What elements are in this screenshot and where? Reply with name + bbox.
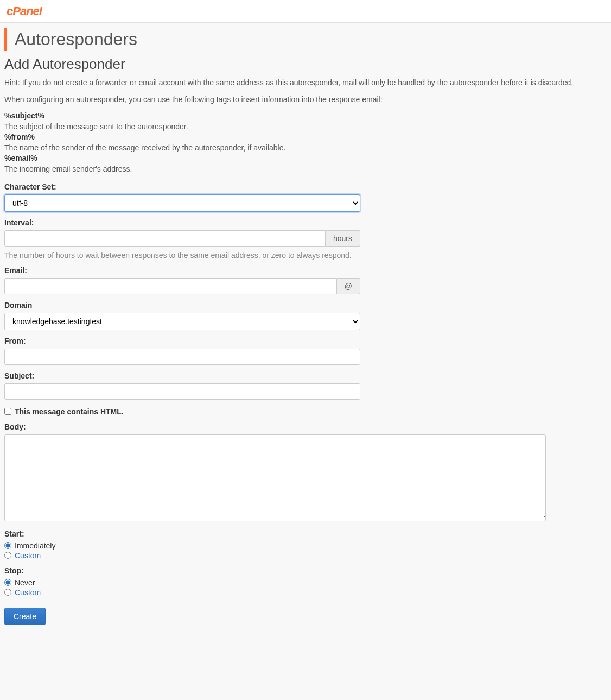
charset-label: Character Set: xyxy=(4,182,607,191)
html-checkbox-label: This message contains HTML. xyxy=(15,407,124,416)
tag-desc-from: The name of the sender of the message re… xyxy=(4,143,607,154)
from-label: From: xyxy=(4,337,607,345)
domain-select[interactable]: knowledgebase.testingtest xyxy=(4,313,360,330)
charset-select[interactable]: utf-8 xyxy=(4,194,360,212)
stop-radio-custom-row: Custom xyxy=(4,588,607,597)
stop-radio-never-label: Never xyxy=(15,578,35,587)
page-title-wrap: Autoresponders xyxy=(4,28,607,51)
tag-name-subject: %subject% xyxy=(4,111,44,120)
start-label: Start: xyxy=(4,529,607,538)
stop-label: Stop: xyxy=(4,566,607,575)
email-addon: @ xyxy=(337,278,360,294)
start-radio-custom[interactable] xyxy=(4,552,11,559)
page-title: Autoresponders xyxy=(15,29,607,49)
domain-label: Domain xyxy=(4,301,607,310)
body-label: Body: xyxy=(4,422,607,431)
start-radio-custom-row: Custom xyxy=(4,551,607,560)
html-checkbox-row: This message contains HTML. xyxy=(4,407,607,416)
html-checkbox[interactable] xyxy=(4,408,11,415)
start-radio-immediately[interactable] xyxy=(4,542,11,549)
create-button[interactable]: Create xyxy=(4,608,46,625)
stop-radio-custom-label[interactable]: Custom xyxy=(15,588,41,597)
tags-block: %subject% The subject of the message sen… xyxy=(4,111,607,175)
interval-unit: hours xyxy=(326,230,360,247)
tag-name-email: %email% xyxy=(4,154,37,162)
subject-input[interactable] xyxy=(4,383,360,400)
stop-radio-custom[interactable] xyxy=(4,589,11,596)
interval-group: hours xyxy=(4,230,360,247)
body-textarea[interactable] xyxy=(4,434,546,521)
tag-desc-subject: The subject of the message sent to the a… xyxy=(4,122,607,133)
interval-input[interactable] xyxy=(4,230,326,247)
cpanel-logo: cPanel xyxy=(7,4,42,18)
tag-desc-email: The incoming email sender's address. xyxy=(4,164,607,175)
start-radio-immediately-row: Immediately xyxy=(4,541,607,550)
stop-radio-never-row: Never xyxy=(4,578,607,587)
from-input[interactable] xyxy=(4,349,360,365)
hint-text: Hint: If you do not create a forwarder o… xyxy=(4,77,607,89)
content-area: Add Autoresponder Hint: If you do not cr… xyxy=(0,56,611,636)
start-radio-immediately-label: Immediately xyxy=(15,541,55,550)
email-label: Email: xyxy=(4,266,607,275)
section-title: Add Autoresponder xyxy=(4,56,607,73)
interval-label: Interval: xyxy=(4,218,607,227)
interval-help: The number of hours to wait between resp… xyxy=(4,251,607,260)
stop-radio-never[interactable] xyxy=(4,579,11,586)
start-radio-custom-label[interactable]: Custom xyxy=(15,551,41,560)
tag-name-from: %from% xyxy=(4,133,35,141)
subject-label: Subject: xyxy=(4,371,607,380)
top-bar: cPanel xyxy=(0,0,611,23)
tags-intro: When configuring an autoresponder, you c… xyxy=(4,94,607,105)
email-input[interactable] xyxy=(4,278,337,294)
email-group: @ xyxy=(4,278,360,294)
